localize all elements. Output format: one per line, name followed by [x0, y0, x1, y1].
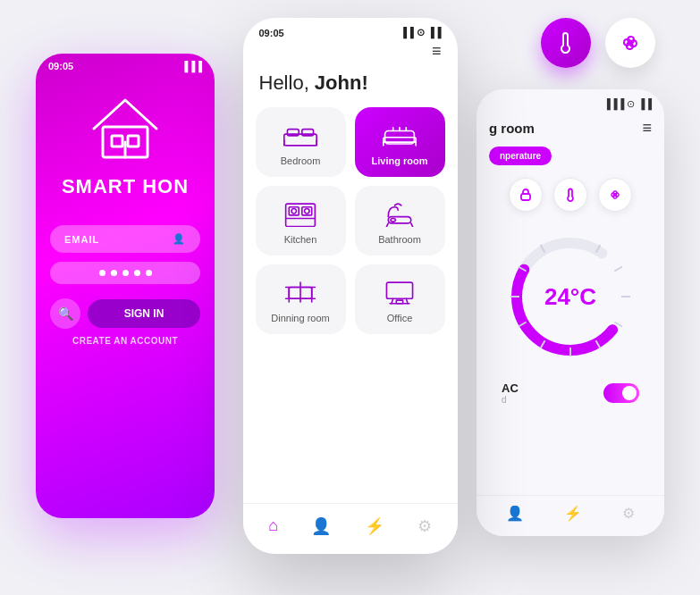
dining-label: Dinning room	[271, 313, 329, 323]
left-title: SMART HON	[36, 175, 215, 198]
temp-tab[interactable]: nperature	[477, 143, 664, 169]
search-row: 🔍 SIGN IN	[50, 298, 200, 329]
room-card-bedroom[interactable]: Bedroom	[256, 107, 346, 177]
user-icon: 👤	[173, 233, 186, 245]
house-icon	[36, 93, 215, 164]
room-card-kitchen[interactable]: Kitchen	[256, 186, 346, 256]
nav-lightning[interactable]: ⚡	[365, 516, 384, 536]
right-nav-person[interactable]: 👤	[506, 505, 524, 522]
login-section: EMAIL 👤 🔍 SIGN IN CREATE AN ACCOUNT	[36, 198, 215, 346]
ac-status: d	[502, 395, 519, 405]
svg-point-24	[391, 218, 395, 222]
svg-line-34	[392, 298, 393, 303]
create-account-link[interactable]: CREATE AN ACCOUNT	[50, 336, 200, 346]
nav-settings[interactable]: ⚙	[417, 516, 432, 536]
left-signal: ▐▐▐	[181, 61, 202, 71]
dot-4	[134, 270, 140, 276]
ac-label: AC	[502, 381, 519, 395]
kitchen-label: Kitchen	[284, 234, 317, 245]
email-field[interactable]: EMAIL 👤	[50, 225, 200, 253]
room-card-living[interactable]: Living room	[355, 107, 445, 177]
room-card-dining[interactable]: Dinning room	[256, 264, 346, 334]
fan-float-icon[interactable]	[605, 18, 655, 68]
living-label: Living room	[372, 155, 428, 166]
svg-rect-3	[128, 136, 139, 147]
control-icons	[477, 169, 664, 221]
thermo-icon[interactable]	[553, 178, 587, 212]
ac-section: AC d	[477, 373, 664, 405]
phone-center: 09:05 ▐▐ ⊙ ▐▐ ≡ Hello, John! Bedroom	[243, 18, 458, 554]
svg-line-26	[411, 223, 413, 227]
bathroom-label: Bathroom	[378, 234, 421, 245]
svg-rect-37	[396, 300, 402, 304]
dot-1	[99, 270, 105, 276]
right-nav-lightning[interactable]: ⚡	[564, 505, 582, 522]
search-icon[interactable]: 🔍	[50, 298, 80, 329]
svg-rect-11	[384, 138, 416, 142]
center-status-bar: 09:05 ▐▐ ⊙ ▐▐	[243, 18, 458, 42]
floating-icons	[541, 18, 655, 68]
room-card-office[interactable]: Office	[355, 264, 445, 334]
right-menu[interactable]: ≡	[642, 119, 652, 138]
signin-button[interactable]: SIGN IN	[88, 299, 200, 328]
svg-rect-38	[521, 194, 530, 200]
right-nav-settings[interactable]: ⚙	[622, 505, 635, 522]
right-status-bar: ▐▐▐ ⊙ ▐▐	[477, 89, 664, 113]
phone-left: 09:05 ▐▐▐ SMART HON EMAIL 👤	[36, 54, 215, 518]
rooms-grid: Bedroom Living room	[243, 107, 458, 334]
svg-line-43	[614, 267, 622, 272]
svg-rect-23	[388, 217, 410, 223]
left-time: 09:05	[48, 61, 73, 71]
ac-info: AC d	[502, 381, 519, 405]
nav-person[interactable]: 👤	[311, 516, 331, 536]
password-field[interactable]	[50, 262, 200, 284]
svg-rect-2	[112, 136, 122, 147]
lock-icon[interactable]	[509, 178, 543, 212]
bedroom-label: Bedroom	[281, 155, 321, 166]
ac-toggle[interactable]	[603, 383, 639, 403]
nav-home[interactable]: ⌂	[268, 516, 278, 536]
right-header: g room ≡	[477, 113, 664, 143]
svg-line-25	[386, 223, 388, 227]
fan-icon[interactable]	[598, 178, 632, 212]
right-signal: ▐▐▐ ⊙ ▐▐	[603, 98, 652, 110]
thermometer-float-icon[interactable]	[541, 18, 591, 68]
menu-button[interactable]: ≡	[243, 42, 458, 66]
center-bottom-nav: ⌂ 👤 ⚡ ⚙	[243, 503, 458, 554]
user-name: John!	[315, 71, 368, 94]
svg-line-35	[406, 298, 408, 303]
center-icons: ▐▐ ⊙ ▐▐	[400, 27, 441, 38]
scene: 09:05 ▐▐▐ SMART HON EMAIL 👤	[0, 0, 700, 595]
temperature-display: 24°C	[544, 283, 596, 311]
svg-rect-33	[386, 282, 412, 298]
temp-value: 24°C	[544, 283, 596, 311]
svg-point-21	[291, 209, 296, 214]
thermostat-ring[interactable]: 24°C	[503, 230, 637, 364]
room-card-bathroom[interactable]: Bathroom	[355, 186, 445, 256]
right-bottom-nav: 👤 ⚡ ⚙	[477, 495, 664, 536]
dot-3	[122, 270, 129, 276]
svg-point-22	[305, 209, 309, 214]
phone-right: ▐▐▐ ⊙ ▐▐ g room ≡ nperature	[477, 89, 664, 536]
left-status-bar: 09:05 ▐▐▐	[36, 54, 215, 75]
center-time: 09:05	[259, 28, 284, 38]
right-room-name: g room	[489, 121, 535, 136]
greeting: Hello, John!	[243, 66, 458, 107]
office-label: Office	[387, 313, 413, 323]
dot-5	[146, 270, 152, 276]
thermostat-area: 24°C	[477, 221, 664, 373]
dot-2	[111, 270, 117, 276]
